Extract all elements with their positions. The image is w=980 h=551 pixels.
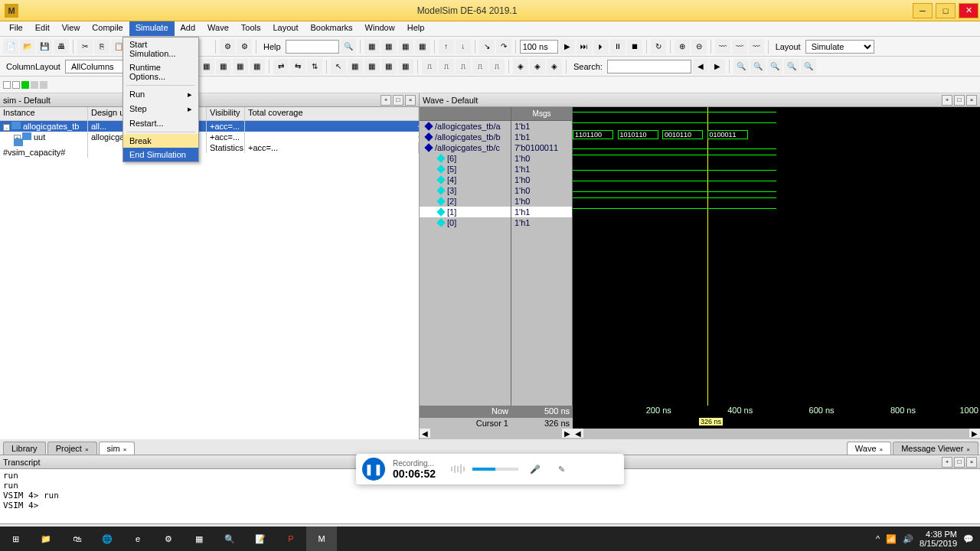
wave-signal-row[interactable]: /allogicgates_tb/a <box>420 121 511 132</box>
menu-window[interactable]: Window <box>359 21 401 36</box>
menu-help[interactable]: Help <box>401 21 431 36</box>
tb-icon[interactable]: ◈ <box>530 59 545 74</box>
modelsim-taskbar-icon[interactable]: M <box>306 527 337 551</box>
edge-icon[interactable]: e <box>122 527 153 551</box>
step-over-icon[interactable]: ↷ <box>496 39 511 54</box>
layout-select[interactable]: Simulate <box>805 40 874 54</box>
tray-volume-icon[interactable]: 🔊 <box>903 534 913 544</box>
save-icon[interactable]: 💾 <box>37 39 52 54</box>
menu-tools[interactable]: Tools <box>235 21 267 36</box>
pause-recording-button[interactable]: ❚❚ <box>362 458 385 481</box>
wave-signal-row[interactable]: [2] <box>420 196 511 207</box>
menu-start-simulation[interactable]: Start Simulation... <box>123 37 198 60</box>
tb-icon[interactable]: ▦ <box>398 59 413 74</box>
powerpoint-icon[interactable]: P <box>276 527 306 551</box>
tab-sim[interactable]: sim× <box>99 442 136 455</box>
search-next-icon[interactable]: ▶ <box>710 59 725 74</box>
menu-break[interactable]: Break <box>123 134 198 148</box>
up-icon[interactable]: ↑ <box>439 39 454 54</box>
cursor-marker[interactable]: 326 ns <box>699 418 723 425</box>
zoom-out-icon[interactable]: 🔍 <box>750 59 766 74</box>
run-icon[interactable]: ▶ <box>560 39 575 54</box>
tb-icon[interactable]: ▦ <box>364 59 380 74</box>
compile-all-icon[interactable]: ⚙ <box>237 39 252 54</box>
tb-icon[interactable] <box>3 81 11 89</box>
microphone-icon[interactable]: 🎤 <box>526 460 544 478</box>
tb-icon[interactable]: ▦ <box>415 39 430 54</box>
tab-project[interactable]: Project× <box>47 442 97 455</box>
step-into-icon[interactable]: ↘ <box>479 39 495 54</box>
tab-wave[interactable]: Wave× <box>847 442 891 455</box>
wave-signal-row[interactable]: [0] <box>420 217 511 228</box>
recording-slider[interactable] <box>472 468 518 471</box>
tb-icon[interactable]: ▦ <box>381 39 397 54</box>
run-time-input[interactable] <box>520 40 558 54</box>
panel-close-icon[interactable]: × <box>966 95 977 106</box>
menu-runtime-options[interactable]: Runtime Options... <box>123 60 198 83</box>
menu-restart[interactable]: Restart... <box>123 116 198 130</box>
wave-signal-row[interactable]: [3] <box>420 185 511 196</box>
wave-plot-area[interactable]: 1101100101011000101100100011 <box>573 107 980 406</box>
search-icon[interactable]: 🔍 <box>214 527 245 551</box>
sim-tree-row[interactable]: -allogicgates_tball...DU Instance+acc=..… <box>0 121 419 132</box>
search-input[interactable] <box>607 60 691 73</box>
wave-icon[interactable]: 〰 <box>715 39 730 54</box>
col-visibility[interactable]: Visibility <box>207 107 245 120</box>
tb-icon[interactable]: ⇄ <box>273 59 289 74</box>
copy-icon[interactable]: ⎘ <box>94 39 109 54</box>
menu-layout[interactable]: Layout <box>267 21 305 36</box>
wave-signal-row[interactable]: [5] <box>420 164 511 174</box>
start-button[interactable]: ⊞ <box>0 527 31 551</box>
zoom-icon[interactable]: 🔍 <box>801 59 816 74</box>
panel-dock-icon[interactable]: + <box>381 95 391 106</box>
minimize-button[interactable]: ─ <box>913 3 933 18</box>
tb-icon[interactable]: ⇅ <box>307 59 322 74</box>
tb-icon[interactable]: ⎍ <box>472 59 488 74</box>
panel-max-icon[interactable]: □ <box>393 95 403 106</box>
scroll-right-icon[interactable]: ▶ <box>562 429 573 438</box>
new-icon[interactable]: 📄 <box>3 39 18 54</box>
close-button[interactable]: ✕ <box>959 3 978 18</box>
menu-edit[interactable]: Edit <box>29 21 56 36</box>
wave-signal-row[interactable]: /allogicgates_tb/b <box>420 132 511 142</box>
menu-bookmarks[interactable]: Bookmarks <box>305 21 359 36</box>
tb-icon[interactable]: ▦ <box>216 59 231 74</box>
file-explorer-icon[interactable]: 📁 <box>31 527 61 551</box>
notepad-icon[interactable]: 📝 <box>245 527 276 551</box>
menu-add[interactable]: Add <box>175 21 202 36</box>
tb-icon[interactable]: ⎍ <box>489 59 505 74</box>
tb-icon[interactable]: ◈ <box>547 59 562 74</box>
down-icon[interactable]: ↓ <box>456 39 471 54</box>
tab-library[interactable]: Library <box>3 442 46 455</box>
scroll-right-icon[interactable]: ▶ <box>969 429 980 438</box>
tb-icon[interactable]: ▦ <box>364 39 380 54</box>
zoom-in-icon[interactable]: 🔍 <box>733 59 749 74</box>
tb-icon[interactable]: ⎍ <box>422 59 437 74</box>
restart-icon[interactable]: ↻ <box>651 39 666 54</box>
menu-wave[interactable]: Wave <box>201 21 235 36</box>
edit-icon[interactable]: ✎ <box>552 460 570 478</box>
open-icon[interactable]: 📂 <box>20 39 35 54</box>
wave-signal-row[interactable]: [4] <box>420 174 511 185</box>
search-prev-icon[interactable]: ◀ <box>693 59 708 74</box>
panel-max-icon[interactable]: □ <box>954 95 965 106</box>
app-icon[interactable]: ▦ <box>184 527 214 551</box>
pointer-icon[interactable]: ↖ <box>331 59 346 74</box>
stop-icon[interactable]: ⏹ <box>627 39 642 54</box>
tray-up-icon[interactable]: ^ <box>876 534 880 543</box>
tb-icon[interactable]: ▦ <box>250 59 265 74</box>
cursor-icon[interactable]: ⊕ <box>675 39 690 54</box>
compile-icon[interactable]: ⚙ <box>220 39 235 54</box>
continue-icon[interactable]: ⏵ <box>593 39 609 54</box>
scroll-left-icon[interactable]: ◀ <box>573 429 583 438</box>
zoom-full-icon[interactable]: 🔍 <box>767 59 782 74</box>
panel-close-icon[interactable]: × <box>405 95 416 106</box>
panel-dock-icon[interactable]: + <box>942 457 952 468</box>
settings-icon[interactable]: ⚙ <box>153 527 184 551</box>
zoom-cursor-icon[interactable]: 🔍 <box>784 59 799 74</box>
col-total-coverage[interactable]: Total coverage <box>245 107 419 120</box>
tb-icon[interactable]: ▦ <box>233 59 248 74</box>
menu-view[interactable]: View <box>56 21 87 36</box>
tb-icon[interactable] <box>40 81 47 89</box>
menu-run[interactable]: Run <box>123 87 198 102</box>
